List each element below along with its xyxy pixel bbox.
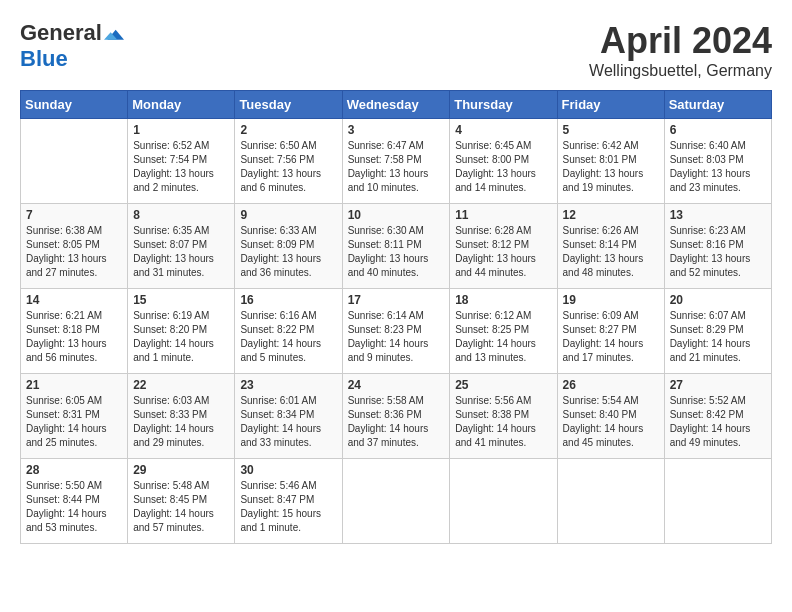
calendar-cell: 29Sunrise: 5:48 AMSunset: 8:45 PMDayligh… [128, 459, 235, 544]
day-info: Sunrise: 6:33 AMSunset: 8:09 PMDaylight:… [240, 224, 336, 280]
calendar-cell: 9Sunrise: 6:33 AMSunset: 8:09 PMDaylight… [235, 204, 342, 289]
calendar-cell [342, 459, 450, 544]
calendar-cell: 20Sunrise: 6:07 AMSunset: 8:29 PMDayligh… [664, 289, 771, 374]
weekday-header-friday: Friday [557, 91, 664, 119]
calendar-cell [557, 459, 664, 544]
day-number: 16 [240, 293, 336, 307]
day-info: Sunrise: 5:48 AMSunset: 8:45 PMDaylight:… [133, 479, 229, 535]
calendar-cell [664, 459, 771, 544]
day-info: Sunrise: 6:09 AMSunset: 8:27 PMDaylight:… [563, 309, 659, 365]
calendar-cell: 24Sunrise: 5:58 AMSunset: 8:36 PMDayligh… [342, 374, 450, 459]
day-info: Sunrise: 6:23 AMSunset: 8:16 PMDaylight:… [670, 224, 766, 280]
day-number: 21 [26, 378, 122, 392]
day-info: Sunrise: 6:28 AMSunset: 8:12 PMDaylight:… [455, 224, 551, 280]
calendar-cell: 23Sunrise: 6:01 AMSunset: 8:34 PMDayligh… [235, 374, 342, 459]
week-row-2: 7Sunrise: 6:38 AMSunset: 8:05 PMDaylight… [21, 204, 772, 289]
day-info: Sunrise: 5:54 AMSunset: 8:40 PMDaylight:… [563, 394, 659, 450]
day-number: 28 [26, 463, 122, 477]
calendar-cell: 14Sunrise: 6:21 AMSunset: 8:18 PMDayligh… [21, 289, 128, 374]
title-section: April 2024 Wellingsbuettel, Germany [589, 20, 772, 80]
weekday-header-sunday: Sunday [21, 91, 128, 119]
calendar-cell: 7Sunrise: 6:38 AMSunset: 8:05 PMDaylight… [21, 204, 128, 289]
day-info: Sunrise: 6:50 AMSunset: 7:56 PMDaylight:… [240, 139, 336, 195]
week-row-4: 21Sunrise: 6:05 AMSunset: 8:31 PMDayligh… [21, 374, 772, 459]
day-number: 24 [348, 378, 445, 392]
week-row-3: 14Sunrise: 6:21 AMSunset: 8:18 PMDayligh… [21, 289, 772, 374]
weekday-header-row: SundayMondayTuesdayWednesdayThursdayFrid… [21, 91, 772, 119]
day-info: Sunrise: 6:47 AMSunset: 7:58 PMDaylight:… [348, 139, 445, 195]
calendar-cell: 21Sunrise: 6:05 AMSunset: 8:31 PMDayligh… [21, 374, 128, 459]
weekday-header-saturday: Saturday [664, 91, 771, 119]
calendar-cell: 10Sunrise: 6:30 AMSunset: 8:11 PMDayligh… [342, 204, 450, 289]
calendar-cell: 5Sunrise: 6:42 AMSunset: 8:01 PMDaylight… [557, 119, 664, 204]
calendar-cell: 28Sunrise: 5:50 AMSunset: 8:44 PMDayligh… [21, 459, 128, 544]
week-row-1: 1Sunrise: 6:52 AMSunset: 7:54 PMDaylight… [21, 119, 772, 204]
calendar-cell: 30Sunrise: 5:46 AMSunset: 8:47 PMDayligh… [235, 459, 342, 544]
day-info: Sunrise: 6:05 AMSunset: 8:31 PMDaylight:… [26, 394, 122, 450]
day-info: Sunrise: 6:07 AMSunset: 8:29 PMDaylight:… [670, 309, 766, 365]
day-number: 10 [348, 208, 445, 222]
day-number: 22 [133, 378, 229, 392]
weekday-header-wednesday: Wednesday [342, 91, 450, 119]
calendar-cell: 4Sunrise: 6:45 AMSunset: 8:00 PMDaylight… [450, 119, 557, 204]
week-row-5: 28Sunrise: 5:50 AMSunset: 8:44 PMDayligh… [21, 459, 772, 544]
day-info: Sunrise: 6:40 AMSunset: 8:03 PMDaylight:… [670, 139, 766, 195]
calendar-cell: 1Sunrise: 6:52 AMSunset: 7:54 PMDaylight… [128, 119, 235, 204]
day-info: Sunrise: 5:52 AMSunset: 8:42 PMDaylight:… [670, 394, 766, 450]
calendar-cell: 12Sunrise: 6:26 AMSunset: 8:14 PMDayligh… [557, 204, 664, 289]
day-number: 1 [133, 123, 229, 137]
day-info: Sunrise: 6:01 AMSunset: 8:34 PMDaylight:… [240, 394, 336, 450]
day-info: Sunrise: 6:45 AMSunset: 8:00 PMDaylight:… [455, 139, 551, 195]
calendar-cell: 22Sunrise: 6:03 AMSunset: 8:33 PMDayligh… [128, 374, 235, 459]
calendar-cell: 15Sunrise: 6:19 AMSunset: 8:20 PMDayligh… [128, 289, 235, 374]
day-number: 18 [455, 293, 551, 307]
day-info: Sunrise: 6:26 AMSunset: 8:14 PMDaylight:… [563, 224, 659, 280]
day-info: Sunrise: 5:58 AMSunset: 8:36 PMDaylight:… [348, 394, 445, 450]
calendar-cell: 11Sunrise: 6:28 AMSunset: 8:12 PMDayligh… [450, 204, 557, 289]
calendar-cell: 16Sunrise: 6:16 AMSunset: 8:22 PMDayligh… [235, 289, 342, 374]
weekday-header-tuesday: Tuesday [235, 91, 342, 119]
logo-general-text: General [20, 20, 102, 46]
day-number: 27 [670, 378, 766, 392]
logo-blue-text: Blue [20, 46, 68, 72]
calendar-cell [450, 459, 557, 544]
calendar-cell: 26Sunrise: 5:54 AMSunset: 8:40 PMDayligh… [557, 374, 664, 459]
day-number: 20 [670, 293, 766, 307]
weekday-header-monday: Monday [128, 91, 235, 119]
location: Wellingsbuettel, Germany [589, 62, 772, 80]
calendar-cell: 27Sunrise: 5:52 AMSunset: 8:42 PMDayligh… [664, 374, 771, 459]
day-number: 7 [26, 208, 122, 222]
day-number: 26 [563, 378, 659, 392]
day-number: 13 [670, 208, 766, 222]
day-number: 3 [348, 123, 445, 137]
day-info: Sunrise: 5:50 AMSunset: 8:44 PMDaylight:… [26, 479, 122, 535]
day-info: Sunrise: 6:21 AMSunset: 8:18 PMDaylight:… [26, 309, 122, 365]
day-number: 11 [455, 208, 551, 222]
calendar-cell: 17Sunrise: 6:14 AMSunset: 8:23 PMDayligh… [342, 289, 450, 374]
day-info: Sunrise: 6:19 AMSunset: 8:20 PMDaylight:… [133, 309, 229, 365]
logo-icon [104, 23, 124, 43]
page-header: General Blue April 2024 Wellingsbuettel,… [20, 20, 772, 80]
day-info: Sunrise: 6:38 AMSunset: 8:05 PMDaylight:… [26, 224, 122, 280]
day-info: Sunrise: 5:56 AMSunset: 8:38 PMDaylight:… [455, 394, 551, 450]
calendar-cell: 8Sunrise: 6:35 AMSunset: 8:07 PMDaylight… [128, 204, 235, 289]
logo: General Blue [20, 20, 124, 72]
day-info: Sunrise: 6:14 AMSunset: 8:23 PMDaylight:… [348, 309, 445, 365]
day-number: 12 [563, 208, 659, 222]
month-title: April 2024 [589, 20, 772, 62]
day-number: 29 [133, 463, 229, 477]
day-number: 2 [240, 123, 336, 137]
day-info: Sunrise: 6:03 AMSunset: 8:33 PMDaylight:… [133, 394, 229, 450]
calendar-cell: 25Sunrise: 5:56 AMSunset: 8:38 PMDayligh… [450, 374, 557, 459]
day-number: 30 [240, 463, 336, 477]
day-number: 23 [240, 378, 336, 392]
day-info: Sunrise: 6:12 AMSunset: 8:25 PMDaylight:… [455, 309, 551, 365]
calendar-cell: 19Sunrise: 6:09 AMSunset: 8:27 PMDayligh… [557, 289, 664, 374]
day-number: 6 [670, 123, 766, 137]
weekday-header-thursday: Thursday [450, 91, 557, 119]
day-number: 4 [455, 123, 551, 137]
day-number: 15 [133, 293, 229, 307]
calendar-cell: 6Sunrise: 6:40 AMSunset: 8:03 PMDaylight… [664, 119, 771, 204]
day-info: Sunrise: 6:35 AMSunset: 8:07 PMDaylight:… [133, 224, 229, 280]
calendar-cell: 3Sunrise: 6:47 AMSunset: 7:58 PMDaylight… [342, 119, 450, 204]
